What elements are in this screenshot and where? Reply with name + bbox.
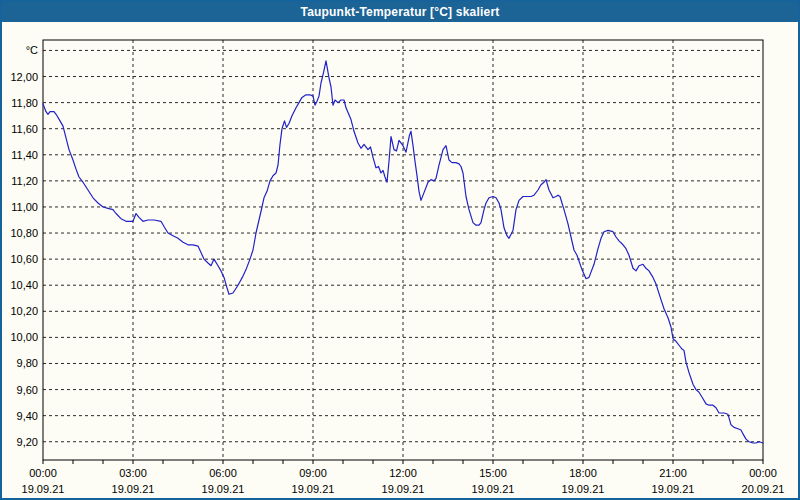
chart-canvas: 9,209,409,609,8010,0010,2010,4010,6010,8… xyxy=(2,2,798,498)
y-tick-label: 11,40 xyxy=(11,149,38,161)
x-tick-time-label: 06:00 xyxy=(209,467,237,479)
y-tick-label: 9,40 xyxy=(17,410,38,422)
y-tick-label: 9,60 xyxy=(17,384,38,396)
y-tick-label: 9,20 xyxy=(17,436,38,448)
y-tick-label: 10,40 xyxy=(10,279,38,291)
x-tick-date-label: 19.09.21 xyxy=(652,483,695,495)
x-tick-time-label: 21:00 xyxy=(659,467,687,479)
x-tick-date-label: 19.09.21 xyxy=(292,483,335,495)
x-tick-time-label: 18:00 xyxy=(569,467,597,479)
y-tick-label: 10,80 xyxy=(10,227,38,239)
y-axis-unit-label: °C xyxy=(26,44,38,56)
x-tick-date-label: 20.09.21 xyxy=(742,483,785,495)
y-tick-label: 12,00 xyxy=(10,71,38,83)
x-tick-date-label: 19.09.21 xyxy=(202,483,245,495)
y-tick-label: 9,80 xyxy=(17,357,38,369)
y-tick-label: 11,00 xyxy=(11,201,38,213)
x-tick-time-label: 12:00 xyxy=(389,467,417,479)
y-tick-label: 11,60 xyxy=(11,123,38,135)
y-tick-label: 11,20 xyxy=(11,175,38,187)
x-tick-date-label: 19.09.21 xyxy=(112,483,155,495)
x-tick-date-label: 19.09.21 xyxy=(382,483,425,495)
y-tick-label: 11,80 xyxy=(11,97,38,109)
x-tick-date-label: 19.09.21 xyxy=(562,483,605,495)
title-bar: Taupunkt-Temperatur [°C] skaliert xyxy=(2,2,798,22)
x-tick-date-label: 19.09.21 xyxy=(472,483,515,495)
x-tick-time-label: 09:00 xyxy=(299,467,327,479)
x-tick-date-label: 19.09.21 xyxy=(22,483,65,495)
y-tick-label: 10,20 xyxy=(10,305,38,317)
window-title: Taupunkt-Temperatur [°C] skaliert xyxy=(301,5,500,19)
app-window: Taupunkt-Temperatur [°C] skaliert 9,209,… xyxy=(0,0,800,500)
x-tick-time-label: 03:00 xyxy=(119,467,147,479)
x-tick-time-label: 00:00 xyxy=(29,467,57,479)
y-tick-label: 10,60 xyxy=(10,253,38,265)
y-tick-label: 10,00 xyxy=(10,331,38,343)
x-tick-time-label: 00:00 xyxy=(749,467,777,479)
x-tick-time-label: 15:00 xyxy=(479,467,507,479)
